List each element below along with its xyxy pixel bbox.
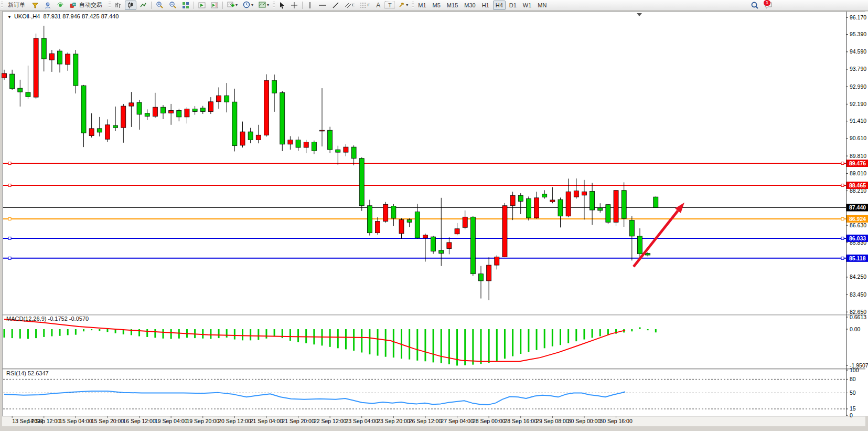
candle-body[interactable] (351, 147, 356, 159)
line-chart-type-icon[interactable] (137, 1, 149, 10)
fibonacci-tool-icon[interactable]: F (358, 1, 372, 10)
candle-body[interactable] (153, 107, 157, 116)
candle-body[interactable] (137, 102, 142, 114)
candle-body[interactable] (224, 96, 229, 102)
zoom-out-icon[interactable] (167, 1, 179, 10)
candle-body[interactable] (606, 205, 610, 223)
timeframe-button-m30[interactable]: M30 (462, 1, 478, 10)
signals-icon[interactable] (55, 1, 66, 10)
candle-body[interactable] (439, 250, 444, 254)
candle-body[interactable] (121, 106, 126, 128)
symbol-dropdown-icon[interactable]: ▼ (7, 15, 12, 19)
candle-body[interactable] (359, 159, 364, 206)
timeframe-button-m5[interactable]: M5 (430, 1, 443, 10)
candle-body[interactable] (495, 257, 499, 265)
candle-body[interactable] (367, 206, 372, 233)
tile-windows-icon[interactable] (180, 1, 191, 10)
candle-body[interactable] (621, 191, 626, 219)
candle-body[interactable] (49, 54, 54, 60)
line-handle[interactable] (8, 257, 11, 259)
candle-body[interactable] (470, 217, 475, 274)
chevron-down-icon[interactable]: ▾ (267, 3, 269, 7)
line-handle[interactable] (841, 237, 844, 239)
text-label-tool-button[interactable]: T (384, 1, 395, 9)
timeframe-button-h4[interactable]: H4 (493, 1, 506, 10)
candle-body[interactable] (81, 86, 86, 133)
new-order-button[interactable]: 新订单 (5, 1, 28, 10)
candle-body[interactable] (232, 102, 237, 145)
candle-body[interactable] (272, 80, 277, 93)
candle-body[interactable] (487, 265, 491, 281)
candle-body[interactable] (550, 200, 555, 202)
autoscroll-icon[interactable] (196, 1, 208, 10)
timeframe-button-d1[interactable]: D1 (507, 1, 519, 10)
candle-body[interactable] (598, 208, 603, 211)
zoom-in-icon[interactable] (154, 1, 166, 10)
timeframe-button-m15[interactable]: M15 (444, 1, 460, 10)
periods-clock-icon[interactable]: ▾ (241, 1, 255, 10)
candle-body[interactable] (304, 142, 308, 148)
candle-body[interactable] (145, 113, 149, 117)
candle-body[interactable] (336, 150, 340, 152)
candle-body[interactable] (566, 192, 571, 216)
candle-body[interactable] (2, 73, 7, 78)
candle-body[interactable] (415, 212, 420, 238)
candle-body[interactable] (447, 243, 452, 249)
support-headset-icon[interactable] (42, 1, 53, 10)
candle-body[interactable] (653, 197, 658, 207)
candle-body[interactable] (638, 236, 642, 254)
candle-body[interactable] (200, 108, 205, 112)
candle-body[interactable] (66, 54, 70, 65)
line-handle[interactable] (841, 217, 844, 220)
bar-chart-type-icon[interactable] (112, 1, 124, 10)
candle-body[interactable] (526, 198, 531, 218)
candle-body[interactable] (288, 140, 293, 144)
vertical-line-tool-icon[interactable] (305, 1, 315, 10)
candle-body[interactable] (383, 204, 388, 221)
search-icon[interactable] (748, 1, 761, 10)
text-tool-button[interactable]: A (373, 1, 383, 10)
candle-body[interactable] (240, 132, 245, 145)
candle-body[interactable] (558, 199, 563, 216)
chevron-down-icon[interactable]: ▾ (251, 3, 253, 7)
line-handle[interactable] (8, 184, 11, 186)
candle-body[interactable] (344, 147, 348, 152)
line-handle[interactable] (8, 237, 11, 239)
chevron-down-icon[interactable]: ▾ (406, 3, 408, 7)
candle-body[interactable] (574, 191, 578, 197)
candle-body[interactable] (280, 92, 285, 144)
candle-body[interactable] (217, 96, 221, 102)
candle-body[interactable] (161, 107, 166, 113)
candle-body[interactable] (542, 194, 547, 197)
candle-body[interactable] (10, 74, 15, 89)
candle-body[interactable] (399, 219, 404, 234)
indicators-add-icon[interactable]: ▾ (225, 1, 240, 10)
candle-body[interactable] (26, 92, 30, 97)
candle-body[interactable] (646, 254, 650, 255)
horizontal-line-tool-icon[interactable] (316, 1, 329, 10)
autotrading-button[interactable]: 自动交易 (67, 1, 107, 10)
candle-body[interactable] (423, 235, 427, 238)
trendline-tool-icon[interactable] (330, 1, 341, 10)
line-handle[interactable] (841, 162, 844, 165)
line-handle[interactable] (841, 184, 844, 186)
candle-body[interactable] (614, 191, 618, 223)
chart-canvas[interactable]: 96.17095.39094.59093.79092.99092.19091.4… (0, 0, 868, 431)
candle-body[interactable] (455, 229, 459, 234)
candle-body[interactable] (177, 110, 181, 117)
templates-icon[interactable]: ▾ (256, 1, 271, 10)
candle-body[interactable] (34, 38, 38, 97)
candle-body[interactable] (73, 54, 78, 86)
channel-tool-icon[interactable]: E (342, 1, 357, 10)
candle-body[interactable] (105, 125, 110, 139)
candle-body[interactable] (248, 132, 253, 140)
chat-notifications-icon[interactable]: 1 (762, 1, 775, 10)
candle-body[interactable] (192, 109, 197, 111)
candle-body[interactable] (391, 206, 396, 218)
candle-body[interactable] (479, 274, 484, 281)
candle-body[interactable] (185, 109, 189, 117)
candle-body[interactable] (463, 217, 467, 227)
timeframe-button-w1[interactable]: W1 (520, 1, 534, 10)
chart-shift-icon[interactable] (209, 1, 220, 10)
candle-body[interactable] (264, 80, 269, 135)
